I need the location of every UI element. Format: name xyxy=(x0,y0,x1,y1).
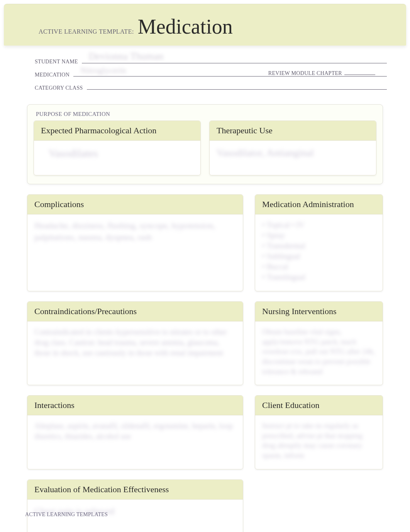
education-title: Client Education xyxy=(255,396,383,415)
medication-label: MEDICATION xyxy=(35,72,69,78)
student-name-value: Devionna Thuman xyxy=(89,51,164,62)
nursing-body[interactable]: Obtain baseline vital signs, apply/remov… xyxy=(255,321,383,385)
header-prefix: ACTIVE LEARNING TEMPLATE: xyxy=(39,28,134,35)
purpose-section: PURPOSE OF MEDICATION Expected Pharmacol… xyxy=(27,104,383,184)
review-chapter-field[interactable] xyxy=(344,69,375,75)
header-title: Medication xyxy=(138,15,233,38)
student-name-field[interactable]: Devionna Thuman xyxy=(82,57,387,63)
therapeutic-use-title: Therapeutic Use xyxy=(210,121,376,141)
evaluation-title: Evaluation of Medication Effectiveness xyxy=(27,480,243,500)
details-grid: Complications Headache, dizziness, flush… xyxy=(27,194,383,532)
nursing-title: Nursing Interventions xyxy=(255,302,383,321)
nursing-card: Nursing Interventions Obtain baseline vi… xyxy=(255,301,383,385)
student-name-label: STUDENT NAME xyxy=(35,59,78,65)
expected-action-title: Expected Pharmacological Action xyxy=(34,121,200,141)
contraindications-card: Contraindications/Precautions Contraindi… xyxy=(27,301,243,385)
med-admin-body[interactable]: • Topical • IV • Spray • Transdermal • S… xyxy=(255,214,383,291)
medication-value: Nitroglycerin xyxy=(80,65,126,75)
contraindications-title: Contraindications/Precautions xyxy=(27,302,243,321)
therapeutic-use-card: Therapeutic Use Vasodilator, Antianginal xyxy=(209,121,376,175)
complications-title: Complications xyxy=(27,195,243,214)
expected-action-card: Expected Pharmacological Action Vasodila… xyxy=(34,121,201,175)
therapeutic-use-body[interactable]: Vasodilator, Antianginal xyxy=(210,141,376,175)
purpose-label: PURPOSE OF MEDICATION xyxy=(36,111,376,117)
interactions-content: Alteplase, aspirin, avanafil, sildenafil… xyxy=(34,421,236,442)
contraindications-body[interactable]: Contraindicated in clients hypersensitiv… xyxy=(27,321,243,385)
student-name-row: STUDENT NAME Devionna Thuman xyxy=(35,57,387,65)
complications-content: Headache, dizziness, flushing, syncope, … xyxy=(34,220,236,243)
complications-body[interactable]: Headache, dizziness, flushing, syncope, … xyxy=(27,214,243,291)
interactions-title: Interactions xyxy=(27,396,243,415)
education-content: Instruct pt to take ns regularly as pres… xyxy=(262,421,376,461)
expected-action-content: Vasodilates xyxy=(49,146,193,161)
contraindications-content: Contraindicated in clients hypersensitiv… xyxy=(34,327,236,358)
med-admin-content: • Topical • IV • Spray • Transdermal • S… xyxy=(262,220,376,282)
category-class-field[interactable] xyxy=(87,83,387,90)
education-card: Client Education Instruct pt to take ns … xyxy=(255,395,383,469)
interactions-body[interactable]: Alteplase, aspirin, avanafil, sildenafil… xyxy=(27,415,243,469)
info-block: STUDENT NAME Devionna Thuman MEDICATION … xyxy=(0,46,410,100)
med-admin-title: Medication Administration xyxy=(255,195,383,214)
nursing-content: Obtain baseline vital signs, apply/remov… xyxy=(262,327,376,376)
evaluation-card: Evaluation of Medication Effectiveness C… xyxy=(27,479,243,532)
complications-card: Complications Headache, dizziness, flush… xyxy=(27,194,243,291)
education-body[interactable]: Instruct pt to take ns regularly as pres… xyxy=(255,415,383,469)
footer-label: ACTIVE LEARNING TEMPLATES xyxy=(25,512,108,518)
therapeutic-use-content: Vasodilator, Antianginal xyxy=(217,146,369,160)
medication-template-page: ACTIVE LEARNING TEMPLATE: Medication STU… xyxy=(0,4,410,532)
expected-action-body[interactable]: Vasodilates xyxy=(34,141,200,175)
review-chapter-label: REVIEW MODULE CHAPTER xyxy=(268,70,342,76)
category-class-label: CATEGORY CLASS xyxy=(35,85,83,91)
review-chapter-row: REVIEW MODULE CHAPTER xyxy=(268,69,375,76)
interactions-card: Interactions Alteplase, aspirin, avanafi… xyxy=(27,395,243,469)
med-admin-card: Medication Administration • Topical • IV… xyxy=(255,194,383,291)
template-header: ACTIVE LEARNING TEMPLATE: Medication xyxy=(4,4,406,46)
